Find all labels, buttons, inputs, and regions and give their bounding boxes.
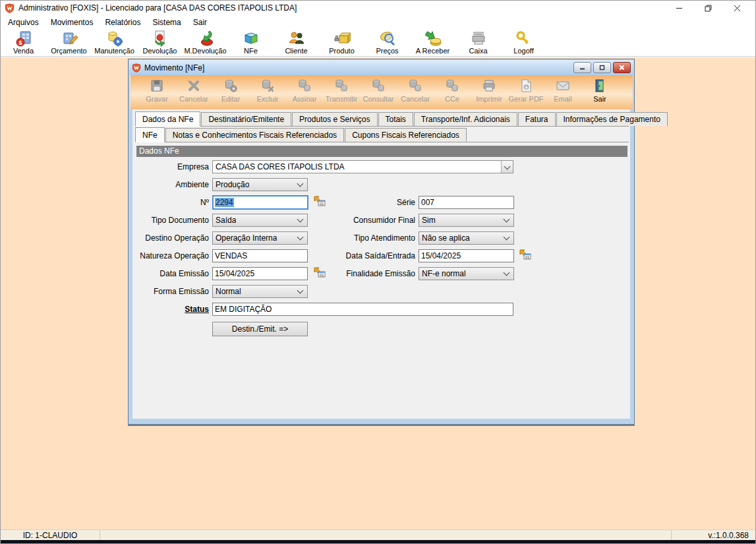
destino-operacao-select[interactable]: Operação Interna xyxy=(212,231,308,245)
svg-text:01: 01 xyxy=(320,273,324,277)
ambiente-label: Ambiente xyxy=(132,178,209,191)
destin-emit-button[interactable]: Destin./Emit. => xyxy=(212,322,308,336)
toolbar-caixa[interactable]: Caixa xyxy=(455,29,501,57)
mdi-cancelar-nfe-button[interactable]: Cancelar xyxy=(397,75,434,108)
mdi-excluir-button[interactable]: Excluir xyxy=(249,75,286,108)
toolbar-mdevolucao[interactable]: M.Devolução xyxy=(183,29,228,57)
destino-operacao-value: Operação Interna xyxy=(216,233,277,243)
mdi-restore-button[interactable] xyxy=(593,62,611,73)
data-saida-input[interactable] xyxy=(419,249,514,262)
destino-operacao-label: Destino Operação xyxy=(132,231,209,245)
nfe-icon xyxy=(243,30,260,46)
ambiente-select[interactable]: Produção xyxy=(212,178,308,191)
mdi-sair-button[interactable]: Sair xyxy=(581,75,618,108)
finalidade-emissao-label: Finalidade Emissão xyxy=(326,267,415,280)
toolbar-precos[interactable]: Preços xyxy=(364,29,410,57)
prices-icon xyxy=(379,30,396,46)
data-emissao-input[interactable] xyxy=(212,267,308,280)
mdi-toolbar-label: Gerar PDF xyxy=(508,95,543,103)
empresa-label: Empresa xyxy=(132,160,209,173)
data-emissao-datepicker-icon[interactable]: 01 xyxy=(313,266,326,278)
toolbar-label: Devolução xyxy=(143,47,177,55)
menu-arquivos[interactable]: Arquivos xyxy=(3,16,46,29)
mdi-titlebar: Movimento [NFe] xyxy=(129,60,633,75)
mdi-toolbar-label: Consultar xyxy=(363,95,393,103)
mdi-cce-button[interactable]: CCe xyxy=(434,75,471,108)
tipo-documento-select[interactable]: Saída xyxy=(212,214,308,227)
toolbar-produto[interactable]: Produto xyxy=(319,29,364,57)
subtab-nfe[interactable]: NFe xyxy=(135,127,165,142)
close-button[interactable] xyxy=(722,1,751,15)
numero-counter-icon[interactable]: 01 xyxy=(313,195,326,206)
mdi-editar-button[interactable]: Editar xyxy=(212,75,249,108)
menu-movimentos[interactable]: Movimentos xyxy=(46,16,101,29)
toolbar-devolucao[interactable]: Devolução xyxy=(137,29,183,57)
toolbar-areceber[interactable]: A Receber xyxy=(410,29,455,57)
restore-button[interactable] xyxy=(693,1,722,15)
clients-icon xyxy=(288,30,305,46)
mdi-toolbar-label: Gravar xyxy=(146,95,168,103)
chevron-down-icon xyxy=(504,234,510,241)
minimize-button[interactable] xyxy=(664,1,693,15)
finalidade-emissao-select[interactable]: NF-e normal xyxy=(419,267,514,280)
ambiente-value: Produção xyxy=(216,180,249,189)
menu-sair[interactable]: Sair xyxy=(189,16,214,29)
mdi-gravar-button[interactable]: Gravar xyxy=(138,75,175,108)
tipo-atendimento-select[interactable]: Não se aplica xyxy=(419,231,514,245)
toolbar-cliente[interactable]: Cliente xyxy=(274,29,319,57)
consumidor-final-select[interactable]: Sim xyxy=(419,214,514,227)
mdi-assinar-button[interactable]: Assinar xyxy=(286,75,323,108)
cashier-icon xyxy=(470,30,487,46)
statusbar-version: v.:1.0.0.368 xyxy=(671,530,755,540)
sub-tabstrip: NFe Notas e Conhecimentos Fiscais Refere… xyxy=(135,127,629,142)
app-logo-shield-icon xyxy=(5,3,15,13)
mdi-gerar-pdf-button[interactable]: Gerar PDF xyxy=(508,75,544,108)
serie-input[interactable] xyxy=(419,196,514,209)
toolbar-label: NFe xyxy=(244,47,258,55)
toolbar-manutencao[interactable]: Manutenção xyxy=(92,29,137,57)
empresa-combobox[interactable]: CASA DAS CORES ITAPOLIS LTDA xyxy=(212,160,513,173)
toolbar-label: Caixa xyxy=(469,47,487,55)
mdi-consultar-button[interactable]: Consultar xyxy=(360,75,397,108)
numero-input[interactable]: 2294 xyxy=(212,195,308,210)
tab-fatura[interactable]: Fatura xyxy=(518,112,556,126)
mdi-cancelar-button[interactable]: Cancelar xyxy=(175,75,212,108)
svg-text:$: $ xyxy=(18,40,22,46)
mdi-minimize-button[interactable] xyxy=(573,62,591,73)
status-input[interactable] xyxy=(212,303,513,316)
tab-transporte-inf-adicionais[interactable]: Transporte/Inf. Adicionais xyxy=(414,112,517,126)
tipo-documento-label: Tipo Documento xyxy=(132,214,209,227)
forma-emissao-select[interactable]: Normal xyxy=(212,285,308,298)
mdi-transmitir-button[interactable]: Transmitir xyxy=(323,75,360,108)
menu-sistema[interactable]: Sistema xyxy=(148,16,188,29)
toolbar-orcamento[interactable]: Orçamento xyxy=(46,29,92,57)
statusbar-user: ID: 1-CLAUDIO xyxy=(1,531,100,540)
mdi-imprimir-button[interactable]: Imprimir xyxy=(471,75,508,108)
empresa-dropdown-button[interactable] xyxy=(501,161,513,173)
data-saida-datepicker-icon[interactable]: 01 xyxy=(519,249,531,260)
mdi-close-button[interactable] xyxy=(613,62,631,73)
toolbar-nfe[interactable]: NFe xyxy=(228,29,274,57)
finalidade-emissao-value: NF-e normal xyxy=(422,269,466,278)
mdi-email-button[interactable]: Email xyxy=(544,75,581,108)
tab-informacoes-pagamento[interactable]: Informações de Pagamento xyxy=(556,112,668,126)
tab-destinatario-emitente[interactable]: Destinatário/Emitente xyxy=(201,112,291,126)
subtab-cupons-referenciados[interactable]: Cupons Fiscais Referenciados xyxy=(345,128,467,142)
tab-totais[interactable]: Totais xyxy=(378,112,413,126)
mdi-toolbar-label: Editar xyxy=(221,95,241,103)
toolbar-label: Orçamento xyxy=(51,47,86,55)
toolbar-label: Manutenção xyxy=(94,47,134,55)
natureza-operacao-input[interactable] xyxy=(212,249,308,262)
mdi-content: Dados da NFe Destinatário/Emitente Produ… xyxy=(132,109,630,419)
tab-dados-da-nfe[interactable]: Dados da NFe xyxy=(135,111,200,127)
tab-produtos-servicos[interactable]: Produtos e Serviços xyxy=(292,112,377,126)
menu-relatorios[interactable]: Relatórios xyxy=(100,16,148,29)
mdi-toolbar-label: Email xyxy=(554,95,572,103)
maintenance-icon xyxy=(106,30,123,46)
toolbar-logoff[interactable]: Logoff xyxy=(501,29,546,57)
toolbar-label: Preços xyxy=(376,47,398,55)
mdi-toolbar: Gravar Cancelar Editar Excluir Assinar xyxy=(130,75,633,109)
toolbar-venda[interactable]: $ Venda xyxy=(1,29,46,57)
transmit-db-icon xyxy=(334,78,349,94)
subtab-notas-referenciadas[interactable]: Notas e Conhecimentos Fiscais Referencia… xyxy=(165,128,344,142)
